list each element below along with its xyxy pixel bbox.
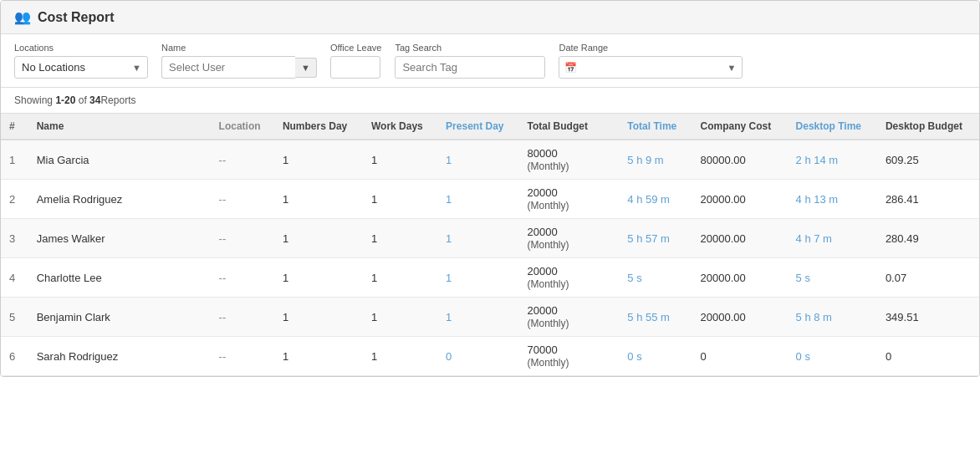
cell-numbers-day: 1: [274, 140, 363, 180]
cell-total-time: 4 h 59 m: [619, 180, 692, 219]
table-row: 5 Benjamin Clark -- 1 1 1 20000 (Monthly…: [1, 298, 979, 337]
cell-total-budget: 20000 (Monthly): [518, 180, 619, 219]
cell-location: --: [211, 258, 274, 298]
col-header-total-budget: Total Budget: [518, 114, 619, 140]
col-header-desktop-budget: Desktop Budget: [877, 114, 979, 140]
office-leave-filter: Office Leave 0: [330, 43, 382, 79]
page-header: 👥 Cost Report: [1, 1, 979, 34]
budget-amount: 20000: [527, 226, 557, 238]
name-input[interactable]: [161, 56, 295, 79]
cell-company-cost: 20000.00: [692, 219, 788, 258]
col-header-present-day: Present Day: [437, 114, 518, 140]
budget-amount: 20000: [527, 186, 557, 199]
showing-bar: Showing 1-20 of 34Reports: [1, 88, 979, 114]
cell-company-cost: 20000.00: [692, 180, 788, 219]
col-header-name: Name: [28, 114, 211, 140]
budget-period: (Monthly): [527, 318, 569, 329]
table-row: 2 Amelia Rodriguez -- 1 1 1 20000 (Month…: [1, 180, 979, 219]
budget-period: (Monthly): [527, 239, 569, 251]
cell-company-cost: 20000.00: [692, 298, 788, 337]
col-header-num: #: [1, 114, 28, 140]
cell-work-days: 1: [363, 298, 437, 337]
cell-name: Mia Garcia: [28, 140, 211, 180]
cell-total-budget: 20000 (Monthly): [518, 219, 619, 258]
cell-desktop-budget: 0.07: [877, 258, 979, 298]
cell-name: James Walker: [28, 219, 211, 258]
table-body: 1 Mia Garcia -- 1 1 1 80000 (Monthly) 5 …: [1, 140, 979, 376]
cell-desktop-budget: 280.49: [877, 219, 979, 258]
budget-amount: 80000: [527, 147, 557, 160]
cell-desktop-time: 0 s: [788, 337, 877, 376]
cell-desktop-budget: 0: [877, 337, 979, 376]
cell-company-cost: 20000.00: [692, 258, 788, 298]
report-table: # Name Location Numbers Day Work Days Pr…: [1, 114, 979, 376]
tag-search-input[interactable]: [395, 56, 545, 79]
cell-num: 3: [1, 219, 28, 258]
cell-total-time: 5 s: [619, 258, 692, 298]
cell-total-time: 5 h 55 m: [619, 298, 692, 337]
cell-company-cost: 80000.00: [692, 140, 788, 180]
office-leave-input[interactable]: 0: [330, 56, 380, 79]
cell-name: Charlotte Lee: [28, 258, 211, 298]
cell-present-day: 0: [437, 337, 518, 376]
cell-desktop-time: 4 h 7 m: [788, 219, 877, 258]
tag-search-label: Tag Search: [395, 43, 545, 53]
cell-work-days: 1: [363, 219, 437, 258]
budget-amount: 70000: [527, 344, 557, 356]
budget-period: (Monthly): [527, 200, 569, 211]
cell-num: 4: [1, 258, 28, 298]
cell-location: --: [211, 180, 274, 219]
budget-amount: 20000: [527, 304, 557, 317]
table-row: 6 Sarah Rodriguez -- 1 1 0 70000 (Monthl…: [1, 337, 979, 376]
name-select-wrapper: ▼: [161, 56, 317, 79]
showing-of: of: [75, 94, 89, 106]
budget-period: (Monthly): [527, 160, 569, 172]
cell-numbers-day: 1: [274, 298, 363, 337]
budget-period: (Monthly): [527, 357, 569, 369]
name-filter: Name ▼: [161, 43, 317, 79]
date-range-input[interactable]: 2024-05-21 - 2024-05-21: [559, 56, 743, 79]
locations-select[interactable]: No Locations: [14, 56, 148, 79]
cell-work-days: 1: [363, 140, 437, 180]
date-range-filter: Date Range 📅 2024-05-21 - 2024-05-21 ▼: [559, 43, 743, 79]
col-header-total-time: Total Time: [619, 114, 692, 140]
cell-desktop-time: 5 h 8 m: [788, 298, 877, 337]
cell-num: 5: [1, 298, 28, 337]
cell-location: --: [211, 140, 274, 180]
table-header-row: # Name Location Numbers Day Work Days Pr…: [1, 114, 979, 140]
main-container: 👥 Cost Report Locations No Locations ▼ N…: [0, 0, 980, 377]
showing-suffix: Reports: [100, 94, 135, 106]
cell-num: 2: [1, 180, 28, 219]
budget-amount: 20000: [527, 265, 557, 277]
users-icon: 👥: [14, 9, 31, 25]
cell-desktop-budget: 286.41: [877, 180, 979, 219]
col-header-numbers-day: Numbers Day: [274, 114, 363, 140]
name-dropdown-button[interactable]: ▼: [295, 58, 317, 78]
tag-search-filter: Tag Search: [395, 43, 545, 79]
cell-total-time: 5 h 57 m: [619, 219, 692, 258]
cell-total-budget: 20000 (Monthly): [518, 298, 619, 337]
cell-location: --: [211, 219, 274, 258]
cell-desktop-time: 4 h 13 m: [788, 180, 877, 219]
cell-numbers-day: 1: [274, 337, 363, 376]
cell-num: 1: [1, 140, 28, 180]
cell-numbers-day: 1: [274, 180, 363, 219]
cell-desktop-time: 5 s: [788, 258, 877, 298]
cell-present-day: 1: [437, 219, 518, 258]
page-title: Cost Report: [38, 10, 115, 25]
cell-location: --: [211, 298, 274, 337]
col-header-desktop-time: Desktop Time: [788, 114, 877, 140]
locations-filter: Locations No Locations ▼: [14, 43, 148, 79]
name-label: Name: [161, 43, 317, 53]
cell-present-day: 1: [437, 180, 518, 219]
cell-total-time: 5 h 9 m: [619, 140, 692, 180]
cell-total-budget: 80000 (Monthly): [518, 140, 619, 180]
cell-numbers-day: 1: [274, 258, 363, 298]
cell-desktop-budget: 609.25: [877, 140, 979, 180]
table-row: 3 James Walker -- 1 1 1 20000 (Monthly) …: [1, 219, 979, 258]
cell-total-time: 0 s: [619, 337, 692, 376]
filters-bar: Locations No Locations ▼ Name ▼ Office L…: [1, 34, 979, 88]
cell-numbers-day: 1: [274, 219, 363, 258]
cell-present-day: 1: [437, 140, 518, 180]
cell-total-budget: 70000 (Monthly): [518, 337, 619, 376]
